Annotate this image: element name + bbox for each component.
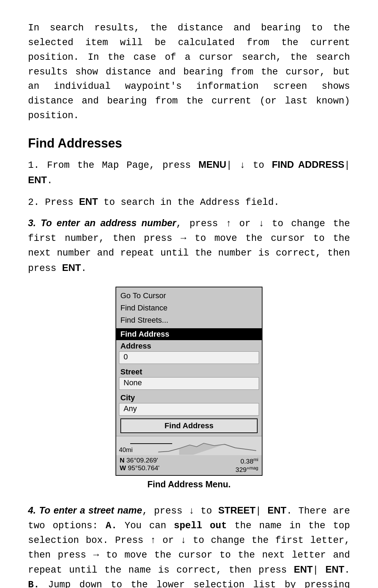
city-label: City <box>116 392 262 402</box>
option-a-label: A. <box>106 521 117 531</box>
step-2: 2. Press ENT to search in the Address fi… <box>28 195 350 210</box>
step-4-text: , press ↓ to STREET| ENT. There are two … <box>28 506 350 588</box>
ent-key-2: ENT <box>79 196 98 207</box>
map-strip: 40mi <box>116 436 262 455</box>
find-address-button[interactable]: Find Address <box>120 418 258 433</box>
coord-dist-val: 0.38mi <box>240 458 258 465</box>
menu-item-goto: Go To Cursor <box>120 289 258 302</box>
spell-out-label: spell out <box>174 521 227 531</box>
ent-key-4b: ENT <box>294 564 313 575</box>
coord-bearing-val: 329°mag <box>236 466 258 473</box>
find-address-key: FIND ADDRESS <box>272 159 344 170</box>
step-4-label: 4. To enter a street name <box>28 505 142 516</box>
menu-box: Go To Cursor Find Distance Find Streets.… <box>115 287 262 476</box>
coord-w: W 95°50.764' <box>120 464 189 472</box>
option-b-label: B. <box>28 580 39 588</box>
coord-w-val: 95°50.764' <box>128 464 159 472</box>
city-value: Any <box>119 403 259 416</box>
step-4: 4. To enter a street name, press ↓ to ST… <box>28 503 350 588</box>
menu-top-section: Go To Cursor Find Distance Find Streets.… <box>116 287 262 329</box>
menu-item-streets: Find Streets... <box>120 314 258 326</box>
coords-row: N 36°09.269' W 95°50.764' 0.38mi 329°mag <box>116 455 262 475</box>
step-2-text: 2. Press ENT to search in the Address fi… <box>28 197 279 208</box>
ent-key-4a: ENT <box>267 505 286 516</box>
coords-left: N 36°09.269' W 95°50.764' <box>120 457 189 474</box>
section-heading: Find Addresses <box>28 136 350 151</box>
address-value: 0 <box>119 351 259 364</box>
ent-key-3: ENT <box>62 263 81 273</box>
coord-n-label: N <box>120 457 125 464</box>
map-scale-label: 40mi <box>119 446 133 454</box>
coord-n: N 36°09.269' <box>120 457 189 464</box>
street-key: STREET <box>218 505 256 516</box>
menu-header-bar: Find Address <box>116 328 262 340</box>
menu-item-distance: Find Distance <box>120 302 258 314</box>
ent-key-4c: ENT <box>326 564 344 575</box>
ent-key: ENT <box>28 175 47 185</box>
step-3: 3. To enter an address number, press ↑ o… <box>28 216 350 276</box>
intro-paragraph: In search results, the distance and bear… <box>28 21 350 123</box>
step-1: 1. From the Map Page, press MENU| ↓ to F… <box>28 158 350 188</box>
coords-right: 0.38mi 329°mag <box>189 457 258 474</box>
coord-bearing: 329°mag <box>236 465 258 474</box>
address-label: Address <box>116 340 262 351</box>
map-terrain-svg <box>158 438 256 455</box>
street-value: None <box>119 377 259 390</box>
step-1-text: 1. From the Map Page, press MENU| ↓ to F… <box>28 160 350 186</box>
menu-container: Go To Cursor Find Distance Find Streets.… <box>28 287 350 500</box>
coord-dist: 0.38mi <box>240 457 258 465</box>
menu-caption: Find Address Menu. <box>147 479 231 489</box>
coord-n-val: 36°09.269' <box>126 457 158 464</box>
step-3-label: 3. To enter an address number <box>28 218 176 228</box>
coord-w-label: W <box>120 464 126 472</box>
street-label: Street <box>116 366 262 377</box>
menu-key: MENU <box>198 159 226 170</box>
